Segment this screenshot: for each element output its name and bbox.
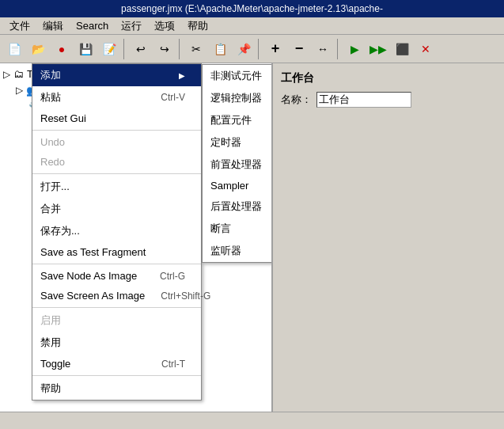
toolbar-new[interactable]: 📄 [3, 38, 25, 60]
ctx-sep3 [32, 264, 201, 264]
toolbar-stop[interactable]: ⬛ [391, 38, 413, 60]
context-menu: 添加 ▶ 粘贴 Ctrl-V Reset Gui Undo Redo 打开... [32, 63, 202, 401]
toolbar-copy[interactable]: 📋 [209, 38, 231, 60]
ctx-paste-label: 粘贴 [40, 90, 61, 104]
ctx-sep2 [32, 173, 201, 174]
toolbar-sep4 [337, 39, 340, 59]
ctx-help-label: 帮助 [40, 382, 61, 396]
workbench-name-label: 名称： [281, 93, 312, 107]
ctx-disable-label: 禁用 [40, 336, 61, 350]
ctx-open[interactable]: 打开... [32, 176, 201, 198]
ctx-toggle-label: Toggle [40, 358, 70, 370]
submenu-timer-label: 定时器 [210, 135, 241, 150]
toolbar-sep2 [179, 39, 182, 59]
menu-options[interactable]: 选项 [148, 17, 181, 35]
ctx-savefragment[interactable]: Save as Test Fragment [32, 242, 201, 262]
ctx-help[interactable]: 帮助 [32, 378, 201, 400]
ctx-merge[interactable]: 合并 [32, 198, 201, 220]
submenu-configitem[interactable]: 配置元件 ▶ [203, 109, 273, 131]
ctx-redo[interactable]: Redo [32, 152, 201, 172]
workbench-title: 工作台 [281, 71, 496, 85]
menu-search[interactable]: Search [70, 18, 115, 33]
ctx-savenodeimage-shortcut: Ctrl-G [160, 271, 185, 282]
ctx-enable-label: 启用 [40, 313, 61, 328]
submenu-nontestitem-label: 非测试元件 [210, 69, 262, 83]
ctx-merge-label: 合并 [40, 202, 61, 216]
title-bar: passenger.jmx (E:\ApacheJMeter\apache-jm… [0, 0, 504, 17]
toolbar-cut[interactable]: ✂ [185, 38, 207, 60]
submenu-listener-label: 监听器 [210, 244, 241, 258]
toolbar-open[interactable]: 📂 [27, 38, 49, 60]
menu-run[interactable]: 运行 [115, 17, 148, 35]
ctx-enable[interactable]: 启用 [32, 309, 201, 332]
ctx-savescreenimage-shortcut: Ctrl+Shift-G [161, 290, 210, 302]
left-panel: ▷ 🗂 Test Plan ▷ 👥 线程组 🔧 HTTP请求默认值 添加 ▶ 粘… [0, 63, 273, 412]
toolbar-paste[interactable]: 📌 [233, 38, 255, 60]
submenu-logiccontrol[interactable]: 逻辑控制器 ▶ [203, 87, 273, 109]
ctx-toggle[interactable]: Toggle Ctrl-T [32, 354, 201, 374]
submenu-preproc[interactable]: 前置处理器 ▶ [203, 154, 273, 176]
submenu-postproc[interactable]: 后置处理器 ▶ [203, 196, 273, 218]
ctx-toggle-shortcut: Ctrl-T [161, 359, 185, 370]
status-bar [0, 412, 504, 429]
ctx-open-label: 打开... [40, 180, 70, 194]
ctx-savescreenimage-label: Save Screen As Image [40, 290, 145, 302]
main-area: ▷ 🗂 Test Plan ▷ 👥 线程组 🔧 HTTP请求默认值 添加 ▶ 粘… [0, 63, 504, 412]
menu-file[interactable]: 文件 [3, 17, 36, 35]
toolbar-close[interactable]: ● [51, 38, 73, 60]
ctx-savenodeimage[interactable]: Save Node As Image Ctrl-G [32, 266, 201, 286]
menu-bar: 文件 编辑 Search 运行 选项 帮助 [0, 17, 504, 35]
workbench-name-input[interactable] [316, 92, 411, 108]
submenu-listener[interactable]: 监听器 ▶ [203, 240, 273, 262]
toolbar-remove[interactable]: − [288, 38, 310, 60]
ctx-add[interactable]: 添加 ▶ [32, 64, 201, 86]
threadgroup-expand-icon: ▷ [16, 85, 23, 96]
ctx-sep1 [32, 130, 201, 131]
toolbar: 📄 📂 ● 💾 📝 ↩ ↪ ✂ 📋 📌 + − ↔ ▶ ▶▶ ⬛ ✕ [0, 35, 504, 63]
menu-edit[interactable]: 编辑 [36, 17, 70, 35]
ctx-savescreenimage[interactable]: Save Screen As Image Ctrl+Shift-G [32, 286, 201, 306]
ctx-saveas[interactable]: 保存为... [32, 220, 201, 242]
toolbar-undo[interactable]: ↩ [130, 38, 152, 60]
submenu-add: 非测试元件 ▶ 逻辑控制器 ▶ 配置元件 ▶ 定时器 ▶ 前置处理器 ▶ [202, 64, 273, 263]
submenu-configitem-label: 配置元件 [210, 113, 252, 127]
toolbar-run[interactable]: ▶ [343, 38, 366, 60]
menu-help[interactable]: 帮助 [181, 17, 214, 35]
ctx-resetgui-label: Reset Gui [40, 112, 86, 124]
submenu-sampler[interactable]: Sampler ▶ [203, 176, 273, 196]
ctx-saveas-label: 保存为... [40, 224, 80, 238]
ctx-add-label: 添加 [40, 68, 61, 82]
toolbar-sep3 [258, 39, 261, 59]
toolbar-add[interactable]: + [264, 38, 286, 60]
ctx-undo-label: Undo [40, 136, 65, 148]
ctx-redo-label: Redo [40, 156, 65, 168]
submenu-assertion[interactable]: 断言 ▶ [203, 218, 273, 240]
ctx-add-arrow: ▶ [179, 71, 185, 80]
ctx-disable[interactable]: 禁用 [32, 332, 201, 354]
ctx-savenodeimage-label: Save Node As Image [40, 270, 137, 282]
toolbar-redo[interactable]: ↪ [153, 38, 176, 60]
submenu-preproc-label: 前置处理器 [210, 158, 262, 172]
submenu-sampler-label: Sampler [210, 180, 248, 192]
ctx-savefragment-label: Save as Test Fragment [40, 246, 146, 258]
ctx-undo[interactable]: Undo [32, 132, 201, 152]
toolbar-clear[interactable]: ↔ [312, 38, 334, 60]
toolbar-saveas[interactable]: 📝 [98, 38, 120, 60]
right-panel: 工作台 名称： [273, 63, 504, 412]
ctx-sep4 [32, 307, 201, 308]
workbench-name-row: 名称： [281, 92, 496, 108]
ctx-paste[interactable]: 粘贴 Ctrl-V [32, 86, 201, 108]
toolbar-close2[interactable]: ✕ [415, 38, 437, 60]
submenu-logiccontrol-label: 逻辑控制器 [210, 91, 262, 105]
submenu-postproc-label: 后置处理器 [210, 199, 262, 214]
testplan-expand-icon: ▷ [3, 69, 10, 80]
ctx-resetgui[interactable]: Reset Gui [32, 108, 201, 128]
ctx-paste-shortcut: Ctrl-V [161, 92, 185, 103]
submenu-assertion-label: 断言 [210, 222, 231, 236]
submenu-nontestitem[interactable]: 非测试元件 ▶ [203, 65, 273, 87]
ctx-sep5 [32, 375, 201, 376]
submenu-timer[interactable]: 定时器 ▶ [203, 131, 273, 154]
toolbar-start-no-pause[interactable]: ▶▶ [367, 38, 389, 60]
toolbar-save[interactable]: 💾 [74, 38, 97, 60]
title-text: passenger.jmx (E:\ApacheJMeter\apache-jm… [121, 3, 383, 14]
